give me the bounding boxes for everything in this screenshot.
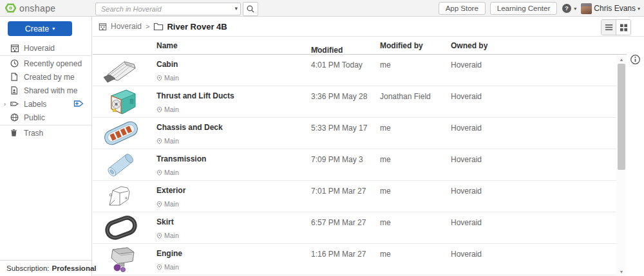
app-store-button[interactable]: App Store [439, 2, 486, 15]
table-row[interactable]: ExteriorMain7:01 PM Mar 27meHoveraid [93, 181, 617, 212]
modified-value: 4:01 PM Today [311, 60, 363, 69]
scrollbar-thumb[interactable] [618, 64, 625, 170]
map-pin-icon [156, 138, 162, 145]
modified-by-value: me [380, 218, 391, 227]
document-name[interactable]: Cabin [156, 60, 178, 69]
folder-icon [153, 22, 164, 31]
document-name[interactable]: Exterior [156, 186, 185, 195]
map-pin-icon [156, 264, 162, 271]
sidebar-divider [0, 125, 91, 125]
table-row[interactable]: EngineMain1:16 PM Mar 27meHoveraid [93, 244, 617, 275]
modified-by-value: me [380, 187, 391, 196]
user-name: Chris Evans [594, 4, 636, 13]
sidebar-item-label: Shared with me [24, 86, 77, 95]
learning-center-button[interactable]: Learning Center [490, 2, 557, 15]
expand-chevron-icon[interactable]: › [4, 101, 10, 107]
workspace-label: Main [156, 263, 179, 271]
sidebar-item-recently-opened[interactable]: Recently opened [0, 57, 91, 70]
breadcrumb: Hoveraid > River Rover 4B [98, 17, 227, 36]
globe-icon [10, 113, 20, 123]
scroll-up-icon[interactable]: ▲ [616, 55, 627, 64]
thumbnail-exterior [101, 182, 141, 210]
trash-icon [10, 128, 20, 138]
info-panel-button[interactable] [630, 54, 641, 65]
map-pin-icon [156, 201, 162, 208]
thumbnail-transmission [101, 151, 141, 179]
sidebar-item-labels[interactable]: ›Labels [0, 97, 91, 111]
top-bar: onshape ▾ App Store Learning Center ? [0, 0, 644, 17]
map-pin-icon [156, 232, 162, 239]
add-label-icon[interactable] [73, 99, 86, 108]
modified-value: 5:33 PM May 17 [311, 124, 367, 133]
svg-text:?: ? [565, 5, 569, 12]
table-row[interactable]: Thrust and Lift DuctsMain3:36 PM May 28J… [93, 86, 617, 118]
user-caret-icon: ▾ [638, 6, 640, 12]
sidebar-nav: HoveraidRecently openedCreated by meShar… [0, 41, 91, 140]
table-row[interactable]: CabinMain4:01 PM TodaymeHoveraid [93, 55, 617, 86]
thumbnail-chassis-and-deck [101, 119, 141, 147]
modified-value: 3:36 PM May 28 [311, 92, 367, 101]
grid-view-button[interactable] [616, 20, 630, 35]
owned-by-value: Hoveraid [451, 155, 482, 164]
logo-wordmark: onshape [19, 3, 56, 14]
table-row[interactable]: TransmissionMain7:09 PM May 3meHoveraid [93, 149, 617, 181]
sidebar-item-trash[interactable]: Trash [0, 126, 91, 140]
document-name[interactable]: Skirt [156, 217, 174, 226]
sidebar-divider [0, 55, 91, 56]
onshape-hexagon-icon [5, 3, 16, 14]
search-button[interactable] [243, 2, 258, 16]
owned-by-value: Hoveraid [451, 124, 482, 133]
document-rows: CabinMain4:01 PM TodaymeHoveraidThrust a… [93, 55, 617, 275]
column-header-owned-by[interactable]: Owned by [451, 41, 488, 50]
thumbnail-thrust-and-lift-ducts [101, 87, 141, 116]
workspace-label: Main [156, 169, 179, 176]
owned-by-value: Hoveraid [451, 187, 482, 196]
vertical-scrollbar[interactable]: ▲ ▼ [616, 55, 627, 276]
avatar [581, 3, 592, 14]
search-input[interactable] [95, 3, 241, 15]
table-header: Name Modified▼ Modified by Owned by [93, 37, 627, 55]
column-header-modified-by[interactable]: Modified by [380, 41, 423, 50]
document-icon [10, 72, 20, 82]
sidebar-item-public[interactable]: Public [0, 111, 91, 124]
onshape-logo[interactable]: onshape [5, 3, 56, 14]
table-row[interactable]: SkirtMain6:57 PM Mar 27meHoveraid [93, 212, 617, 244]
document-name[interactable]: Engine [156, 249, 182, 258]
sidebar-item-created-by-me[interactable]: Created by me [0, 70, 91, 84]
search-scope-caret-icon[interactable]: ▾ [234, 5, 238, 12]
help-caret-icon: ▾ [574, 6, 576, 12]
shared-document-icon [10, 86, 20, 96]
view-toggle [601, 19, 631, 35]
list-view-button[interactable] [601, 20, 616, 35]
create-button[interactable]: Create ▾ [8, 21, 72, 36]
document-name[interactable]: Thrust and Lift Ducts [156, 91, 234, 100]
modified-by-value: me [380, 60, 391, 69]
modified-by-value: me [380, 124, 391, 133]
subscription-status: Subscription: Professional [0, 260, 91, 276]
list-view-icon [605, 23, 613, 32]
label-icon [10, 99, 20, 109]
breadcrumb-item-current-folder[interactable]: River Rover 4B [153, 22, 227, 32]
user-menu[interactable]: Chris Evans ▾ [581, 3, 640, 14]
sidebar-item-label: Hoveraid [24, 44, 55, 53]
owned-by-value: Hoveraid [451, 218, 482, 227]
thumbnail-skirt [101, 214, 141, 242]
document-name[interactable]: Transmission [156, 154, 206, 163]
scroll-down-icon[interactable]: ▼ [616, 267, 627, 276]
column-header-name[interactable]: Name [156, 41, 178, 50]
breadcrumb-item-hoveraid[interactable]: Hoveraid [98, 22, 142, 32]
table-row[interactable]: Chassis and DeckMain5:33 PM May 17meHove… [93, 118, 617, 149]
magnifier-icon [246, 5, 255, 14]
owned-by-value: Hoveraid [451, 60, 482, 69]
document-name[interactable]: Chassis and Deck [156, 123, 223, 132]
sidebar-item-shared-with-me[interactable]: Shared with me [0, 84, 91, 97]
modified-value: 6:57 PM Mar 27 [311, 218, 366, 227]
sidebar-item-label: Recently opened [24, 59, 82, 68]
breadcrumb-separator: > [146, 23, 149, 30]
clock-icon [10, 59, 20, 69]
map-pin-icon [156, 169, 162, 176]
help-menu[interactable]: ? ▾ [562, 3, 576, 14]
map-pin-icon [156, 75, 162, 82]
modified-value: 7:01 PM Mar 27 [311, 187, 366, 196]
sidebar-item-hoveraid[interactable]: Hoveraid [0, 41, 91, 55]
